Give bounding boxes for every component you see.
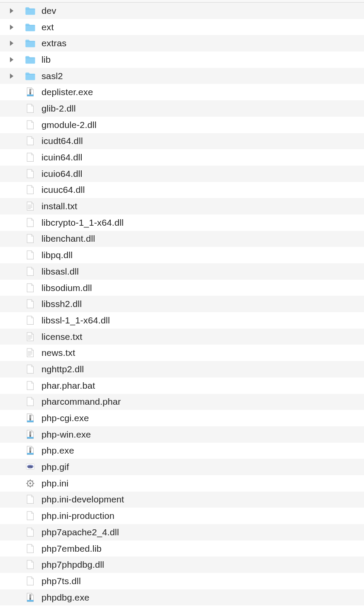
generic-file-icon — [24, 135, 36, 147]
exe-icon — [24, 592, 36, 603]
file-row[interactable]: libsasl.dll — [0, 263, 364, 280]
file-row[interactable]: news.txt — [0, 345, 364, 361]
file-row[interactable]: gmodule-2.dll — [0, 117, 364, 133]
file-name-label: php7ts.dll — [42, 576, 81, 586]
file-row[interactable]: php-win.exe — [0, 426, 364, 443]
file-row[interactable]: php-cgi.exe — [0, 410, 364, 426]
file-row[interactable]: php.exe — [0, 443, 364, 459]
generic-file-icon — [24, 543, 36, 554]
exe-icon — [24, 445, 36, 456]
file-row[interactable]: libsodium.dll — [0, 280, 364, 296]
file-row[interactable]: php.ini-development — [0, 492, 364, 508]
file-row[interactable]: icuuc64.dll — [0, 182, 364, 198]
file-row[interactable]: php.gif — [0, 459, 364, 475]
file-name-label: libsodium.dll — [42, 283, 92, 293]
file-row[interactable]: phpdbg.exe — [0, 589, 364, 606]
file-row[interactable]: deplister.exe — [0, 84, 364, 100]
generic-file-icon — [24, 510, 36, 521]
file-name-label: libpq.dll — [42, 250, 73, 260]
generic-file-icon — [24, 559, 36, 570]
file-name-label: php7apache2_4.dll — [42, 527, 119, 537]
generic-file-icon — [24, 184, 36, 195]
file-row[interactable]: install.txt — [0, 198, 364, 214]
file-row[interactable]: license.txt — [0, 329, 364, 345]
generic-file-icon — [24, 152, 36, 163]
disclosure-triangle-icon[interactable] — [9, 8, 15, 14]
file-row[interactable]: icuin64.dll — [0, 149, 364, 166]
settings-file-icon — [24, 478, 36, 489]
file-row[interactable]: php.ini-production — [0, 508, 364, 524]
file-row[interactable]: lib — [0, 51, 364, 68]
file-row[interactable]: libssl-1_1-x64.dll — [0, 312, 364, 329]
file-row[interactable]: pharcommand.phar — [0, 394, 364, 410]
file-row[interactable]: php7embed.lib — [0, 540, 364, 557]
generic-file-icon — [24, 576, 36, 587]
generic-file-icon — [24, 494, 36, 505]
file-name-label: libssl-1_1-x64.dll — [42, 315, 110, 326]
file-row[interactable]: libpq.dll — [0, 247, 364, 263]
disclosure-triangle-icon[interactable] — [9, 57, 15, 63]
text-file-icon — [24, 347, 36, 358]
text-file-icon — [24, 201, 36, 212]
file-name-label: php7phpdbg.dll — [42, 560, 104, 570]
file-row[interactable]: dev — [0, 3, 364, 19]
file-name-label: icuio64.dll — [42, 169, 83, 179]
generic-file-icon — [24, 396, 36, 407]
generic-file-icon — [24, 119, 36, 131]
generic-file-icon — [24, 380, 36, 391]
file-row[interactable]: icuio64.dll — [0, 166, 364, 182]
file-name-label: php-cgi.exe — [42, 413, 89, 423]
file-list: devextextraslibsasl2deplister.exeglib-2.… — [0, 3, 364, 605]
file-name-label: phpdbg.exe — [42, 592, 89, 603]
file-row[interactable]: sasl2 — [0, 68, 364, 84]
file-name-label: news.txt — [42, 348, 75, 358]
folder-icon — [24, 38, 36, 49]
file-name-label: deplister.exe — [42, 87, 93, 97]
file-row[interactable]: libcrypto-1_1-x64.dll — [0, 214, 364, 231]
generic-file-icon — [24, 315, 36, 326]
file-name-label: icuuc64.dll — [42, 185, 85, 195]
file-row[interactable]: glib-2.dll — [0, 100, 364, 117]
file-name-label: license.txt — [42, 332, 82, 342]
generic-file-icon — [24, 168, 36, 179]
file-row[interactable]: icudt64.dll — [0, 133, 364, 150]
file-row[interactable]: php7phpdbg.dll — [0, 556, 364, 573]
file-row[interactable]: extras — [0, 35, 364, 51]
generic-file-icon — [24, 217, 36, 228]
generic-file-icon — [24, 298, 36, 310]
folder-icon — [24, 54, 36, 65]
folder-icon — [24, 22, 36, 33]
file-name-label: lib — [42, 54, 51, 65]
file-name-label: libenchant.dll — [42, 233, 95, 244]
file-row[interactable]: php.ini — [0, 475, 364, 492]
file-name-label: pharcommand.phar — [42, 397, 121, 407]
file-row[interactable]: nghttp2.dll — [0, 361, 364, 377]
generic-file-icon — [24, 103, 36, 114]
generic-file-icon — [24, 527, 36, 538]
generic-file-icon — [24, 364, 36, 375]
file-name-label: ext — [42, 22, 54, 32]
image-file-icon — [24, 461, 36, 473]
file-name-label: dev — [42, 6, 56, 16]
exe-icon — [24, 413, 36, 424]
file-row[interactable]: libssh2.dll — [0, 296, 364, 312]
file-row[interactable]: php7ts.dll — [0, 573, 364, 589]
file-name-label: sasl2 — [42, 71, 63, 81]
file-name-label: install.txt — [42, 201, 77, 211]
file-row[interactable]: php7apache2_4.dll — [0, 524, 364, 540]
disclosure-triangle-icon[interactable] — [9, 24, 15, 30]
file-name-label: icudt64.dll — [42, 136, 83, 146]
disclosure-triangle-icon[interactable] — [9, 73, 15, 79]
disclosure-triangle-icon[interactable] — [9, 40, 15, 46]
generic-file-icon — [24, 249, 36, 261]
text-file-icon — [24, 331, 36, 342]
file-row[interactable]: ext — [0, 19, 364, 35]
file-row[interactable]: libenchant.dll — [0, 231, 364, 247]
file-name-label: php-win.exe — [42, 429, 91, 440]
folder-icon — [24, 5, 36, 16]
file-name-label: php.exe — [42, 445, 74, 456]
file-row[interactable]: phar.phar.bat — [0, 377, 364, 394]
file-name-label: php.ini — [42, 478, 69, 489]
file-name-label: glib-2.dll — [42, 103, 76, 114]
folder-icon — [24, 70, 36, 82]
